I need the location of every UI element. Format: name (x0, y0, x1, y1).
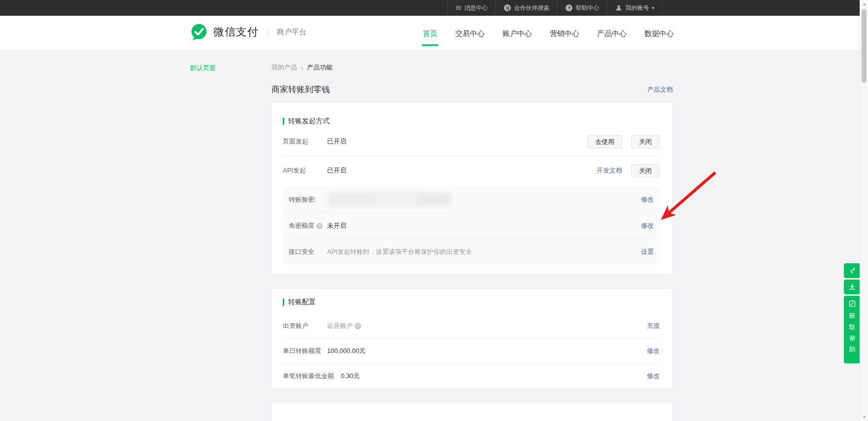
breadcrumb-parent[interactable]: 我的产品 (271, 63, 297, 72)
page: ✉ 消息中心 Q 合作伙伴搜索 ? 帮助中心 我的账号 ▾ (0, 0, 868, 421)
breadcrumb: 我的产品 › 产品功能 (271, 63, 333, 72)
help-center-label: 帮助中心 (575, 4, 599, 12)
brand[interactable]: 微信支付 商户平台 (190, 23, 306, 41)
min-amount-label: 单笔转账最低金额 (283, 372, 334, 381)
blurred-secret-value (328, 191, 451, 208)
help-center-menu-item[interactable]: ? 帮助中心 (557, 0, 607, 16)
floating-help-widget: 获取帮助 (844, 263, 861, 363)
blur-blob (417, 193, 451, 205)
recharge-link[interactable]: 充值 (647, 321, 660, 330)
min-amount-row: 单笔转账最低金额 0.30元 修改 (283, 364, 660, 388)
page-initiation-status: 已开启 (327, 137, 346, 146)
brand-name: 微信支付 (213, 25, 259, 39)
page-initiation-label: 页面发起 (283, 137, 327, 146)
nav-item-transaction-center[interactable]: 交易中心 (455, 16, 485, 51)
transfer-verify-label: 转账验密: (289, 195, 327, 204)
info-icon[interactable]: ? (316, 223, 323, 229)
breadcrumb-current: 产品功能 (307, 63, 333, 72)
no-password-quota-row: 免密额度 ? 未开启 修改 (289, 212, 654, 239)
api-initiation-status: 已开启 (327, 166, 346, 175)
modify-daily-limit-link[interactable]: 修改 (647, 347, 660, 355)
api-security-row: 接口安全 API发起转账时，设置该项平台将保护你的出资安全 设置 (289, 239, 654, 265)
transfer-initiation-section-head: 转账发起方式 (283, 103, 660, 126)
download-button[interactable] (844, 280, 861, 294)
api-security-desc: API发起转账时，设置该项平台将保护你的出资安全 (327, 247, 472, 256)
modify-verify-link[interactable]: 修改 (641, 195, 654, 204)
api-settings-panel: 转账验密: 修改 免密额度 ? 未开启 修改 接口安全 (283, 186, 660, 265)
page-initiation-row: 页面发起 已开启 去使用 关闭 (283, 127, 660, 156)
no-password-quota-status: 未开启 (327, 221, 346, 230)
section-bar (283, 118, 284, 125)
page-initiation-actions: 去使用 关闭 (587, 135, 660, 148)
close-api-initiation-button[interactable]: 关闭 (631, 164, 660, 177)
daily-limit-label: 单日转账额度 (283, 347, 327, 355)
nav-item-data-center[interactable]: 数据中心 (644, 16, 674, 51)
transfer-config-section-head: 转账配置 (283, 289, 660, 307)
page-title: 商家转账到零钱 (271, 84, 330, 95)
link-icon (848, 267, 856, 275)
section-bar (283, 299, 284, 306)
mail-icon: ✉ (456, 4, 462, 11)
transfer-verify-row: 转账验密: 修改 (289, 186, 654, 212)
nav-item-product-center[interactable]: 产品中心 (597, 16, 627, 51)
modify-quota-link[interactable]: 修改 (641, 221, 654, 230)
scrollbar-thumb[interactable] (862, 9, 867, 83)
blur-blob (328, 192, 382, 206)
download-icon (848, 283, 856, 291)
link-tool-button[interactable] (844, 263, 861, 278)
no-password-quota-text: 免密额度 (289, 221, 314, 230)
close-page-initiation-button[interactable]: 关闭 (631, 135, 660, 148)
transfer-scene-section-head: 转账场景 (283, 415, 316, 421)
transfer-initiation-title: 转账发起方式 (288, 117, 330, 126)
min-amount-value: 0.30元 (341, 372, 360, 381)
transfer-config-title: 转账配置 (288, 298, 316, 307)
daily-limit-row: 单日转账额度 100,000.00元 修改 (283, 339, 660, 363)
header: 微信支付 商户平台 首页 交易中心 账户中心 营销中心 产品中心 数据中心 (0, 16, 868, 51)
transfer-initiation-card: 转账发起方式 页面发起 已开启 去使用 关闭 API发起 已开启 开发文档 关闭… (271, 103, 673, 275)
topbar: ✉ 消息中心 Q 合作伙伴搜索 ? 帮助中心 我的账号 ▾ (0, 0, 868, 16)
info-icon[interactable]: ? (355, 323, 361, 329)
user-icon (615, 4, 622, 11)
api-initiation-actions: 开发文档 关闭 (597, 164, 660, 177)
message-center-label: 消息中心 (464, 4, 488, 12)
transfer-config-card: 转账配置 出资账户 运营账户 ? 充值 单日转账额度 100,000.00元 修… (271, 288, 673, 389)
scroll-up-icon[interactable]: ▲ (860, 0, 868, 8)
help-icon: ? (566, 4, 572, 11)
sidebar-item-default-page[interactable]: 默认页面 (190, 64, 216, 72)
funding-account-label: 出资账户 (283, 321, 327, 330)
daily-limit-value: 100,000.00元 (327, 347, 366, 355)
nav-item-home[interactable]: 首页 (423, 16, 437, 51)
platform-label: 商户平台 (277, 28, 306, 37)
brand-divider (267, 27, 268, 37)
product-doc-link[interactable]: 产品文档 (647, 85, 673, 94)
partner-search-label: 合作伙伴搜索 (514, 4, 549, 12)
wechat-pay-logo-icon (190, 23, 208, 41)
nav-item-marketing-center[interactable]: 营销中心 (550, 16, 579, 51)
transfer-scene-head-row: 转账场景 查看申请记录 (283, 402, 660, 421)
modify-min-amount-link[interactable]: 修改 (647, 372, 660, 381)
topbar-menu: ✉ 消息中心 Q 合作伙伴搜索 ? 帮助中心 我的账号 ▾ (447, 0, 663, 16)
security-setting-link[interactable]: 设置 (641, 247, 654, 256)
api-initiation-label: API发起 (283, 166, 327, 175)
get-help-label: 获取帮助 (849, 311, 856, 355)
chevron-down-icon: ▾ (652, 5, 654, 10)
breadcrumb-separator-icon: › (301, 64, 303, 71)
my-account-label: 我的账号 (625, 4, 649, 12)
funding-account-row: 出资账户 运营账户 ? 充值 (283, 314, 660, 338)
scroll-down-icon[interactable]: ▼ (860, 413, 868, 421)
vertical-scrollbar[interactable]: ▲ ▼ (860, 0, 868, 421)
partner-search-menu-item[interactable]: Q 合作伙伴搜索 (496, 0, 557, 16)
search-icon: Q (504, 4, 511, 11)
feedback-edit-icon (848, 300, 856, 308)
transfer-scene-card: 转账场景 查看申请记录 (271, 402, 673, 421)
main-nav: 首页 交易中心 账户中心 营销中心 产品中心 数据中心 (423, 16, 674, 51)
nav-item-account-center[interactable]: 账户中心 (502, 16, 532, 51)
get-help-button[interactable]: 获取帮助 (844, 296, 861, 363)
dev-doc-link[interactable]: 开发文档 (597, 166, 622, 175)
api-initiation-row: API发起 已开启 开发文档 关闭 (283, 157, 660, 184)
message-center-menu-item[interactable]: ✉ 消息中心 (447, 0, 496, 16)
my-account-menu-item[interactable]: 我的账号 ▾ (607, 0, 663, 16)
funding-account-value: 运营账户 (327, 321, 353, 330)
api-security-label: 接口安全 (289, 247, 327, 256)
go-use-button[interactable]: 去使用 (587, 135, 622, 148)
